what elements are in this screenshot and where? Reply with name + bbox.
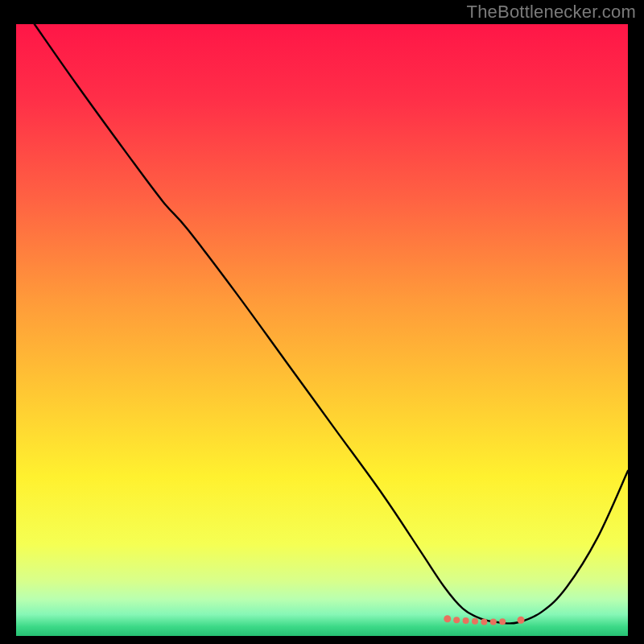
- marker-dot: [481, 619, 487, 625]
- marker-dot: [518, 617, 525, 624]
- marker-dot: [453, 617, 460, 623]
- attribution-text: TheBottlenecker.com: [467, 2, 636, 23]
- gradient-background: [16, 24, 628, 636]
- marker-dot: [463, 617, 469, 624]
- plot-area: [16, 24, 628, 636]
- marker-dot: [444, 615, 451, 622]
- chart-svg: [16, 24, 628, 636]
- marker-dot: [499, 618, 506, 625]
- chart-container: TheBottlenecker.com: [0, 0, 644, 644]
- marker-dot: [472, 618, 478, 625]
- marker-dot: [490, 619, 497, 625]
